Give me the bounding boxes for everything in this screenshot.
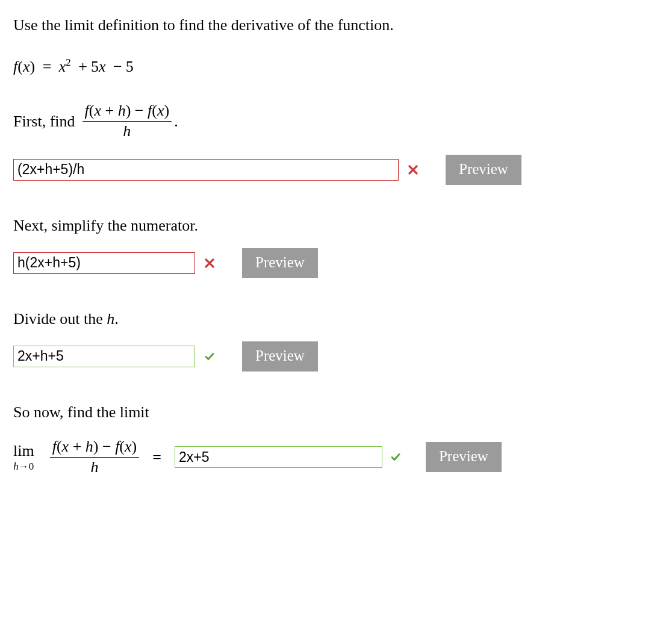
q2-row: Preview [13, 248, 659, 278]
step2-prompt: Next, simplify the numerator. [13, 216, 659, 235]
q4-preview-button[interactable]: Preview [426, 442, 502, 472]
q1-input[interactable] [13, 159, 399, 181]
arrow-icon: → [19, 461, 29, 472]
q3-preview-button[interactable]: Preview [242, 341, 318, 372]
lim-var-h: h [13, 461, 19, 472]
lim-val: 0 [29, 461, 34, 472]
eq-sign: = [43, 58, 52, 75]
step1-prompt: First, find f(x + h) − f(x) h . [13, 102, 659, 140]
step3-prefix: Divide out the [13, 310, 107, 328]
step4-prompt: So now, find the limit [13, 403, 659, 421]
check-icon [390, 451, 402, 463]
q3-row: Preview [13, 341, 659, 372]
coeff-5: 5 [91, 58, 99, 75]
var-h-step3: h [107, 310, 114, 328]
var-x-lhs: x [23, 58, 30, 75]
function-definition: f(x) = x2 +5x −5 [13, 57, 659, 76]
var-x-lin: x [99, 58, 106, 75]
q3-input[interactable] [13, 346, 195, 367]
check-icon [204, 350, 216, 362]
exp-2: 2 [66, 57, 70, 69]
frac-den-h: h [123, 122, 131, 140]
q1-preview-button[interactable]: Preview [446, 155, 521, 185]
q2-input[interactable] [13, 252, 195, 274]
limit-frac: f(x + h) − f(x) h [50, 438, 140, 476]
fn-f: f [13, 58, 17, 75]
q2-preview-button[interactable]: Preview [242, 248, 318, 278]
limit-operator: lim h→0 [13, 443, 34, 471]
step3-suffix: . [114, 310, 119, 328]
q4-row: lim h→0 f(x + h) − f(x) h = Preview [13, 438, 659, 476]
difference-quotient-frac: f(x + h) − f(x) h [82, 102, 172, 140]
step1-prefix: First, find [13, 112, 75, 131]
var-x-sq: x [59, 58, 66, 75]
eq-sign-limit: = [152, 448, 161, 467]
const-5: 5 [126, 58, 134, 75]
q4-input[interactable] [175, 446, 382, 468]
lim-word: lim [13, 443, 34, 459]
plus-1: + [78, 58, 87, 75]
wrong-icon [204, 257, 216, 269]
step1-suffix: . [174, 112, 178, 131]
step3-prompt: Divide out the h. [13, 309, 659, 328]
minus: − [113, 58, 122, 75]
intro-text: Use the limit definition to find the der… [13, 16, 659, 34]
q1-row: Preview [13, 155, 659, 185]
wrong-icon [407, 164, 419, 176]
